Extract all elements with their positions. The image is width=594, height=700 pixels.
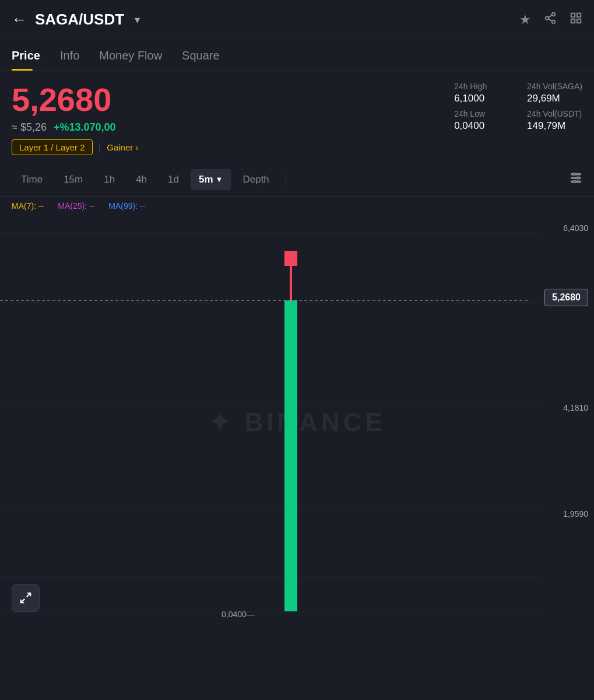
back-button[interactable]: ← <box>12 10 27 29</box>
svg-line-4 <box>549 15 552 17</box>
timeframe-4h[interactable]: 4h <box>126 169 156 190</box>
tab-price[interactable]: Price <box>12 37 54 71</box>
timeframe-time[interactable]: Time <box>12 169 52 190</box>
svg-rect-8 <box>577 19 581 22</box>
timeframe-1h[interactable]: 1h <box>94 169 124 190</box>
stat-high-value: 6,1000 <box>454 93 509 104</box>
tab-money-flow[interactable]: Money Flow <box>99 37 176 71</box>
tag-layer[interactable]: Layer 1 / Layer 2 <box>12 139 93 155</box>
svg-point-13 <box>577 177 579 179</box>
price-usd-row: ≈ $5,26 +%13.070,00 <box>12 121 138 134</box>
timeframe-dropdown-arrow: ▼ <box>216 175 223 184</box>
share-icon[interactable] <box>544 12 557 28</box>
stat-vol-saga-label: 24h Vol(SAGA) <box>527 82 582 91</box>
svg-point-12 <box>573 173 575 176</box>
stat-24h-vol-usdt: 24h Vol(USDT) 149,79M <box>527 109 582 132</box>
ma-indicators-row: MA(7): -- MA(25): -- MA(99): -- <box>0 197 594 215</box>
top-bar-right: ★ <box>519 12 582 28</box>
price-section: 5,2680 ≈ $5,26 +%13.070,00 Layer 1 / Lay… <box>0 71 594 163</box>
price-change-pct: +%13.070,00 <box>54 121 116 134</box>
ma25-indicator[interactable]: MA(25): -- <box>58 201 94 211</box>
price-usd-value: ≈ $5,26 <box>12 121 47 134</box>
top-bar: ← SAGA/USDT ▾ ★ <box>0 0 594 37</box>
stat-low-value: 0,0400 <box>454 120 509 132</box>
svg-line-3 <box>549 19 552 21</box>
pair-dropdown-icon[interactable]: ▾ <box>135 13 140 26</box>
tab-info[interactable]: Info <box>60 37 93 71</box>
chart-settings-icon[interactable] <box>570 172 582 187</box>
svg-rect-24 <box>284 251 297 266</box>
svg-rect-6 <box>577 13 581 16</box>
trading-pair[interactable]: SAGA/USDT <box>35 10 124 29</box>
stat-vol-usdt-value: 149,79M <box>527 120 582 132</box>
current-price-tag: 5,2680 <box>544 289 588 306</box>
toolbar-divider <box>286 172 286 188</box>
grid-icon[interactable] <box>570 12 582 28</box>
chart-svg: ✦ BINANCE <box>0 215 594 624</box>
tab-square[interactable]: Square <box>182 37 234 71</box>
main-price: 5,2680 <box>12 82 138 118</box>
stats-grid: 24h High 6,1000 24h Vol(SAGA) 29,69M 24h… <box>454 82 582 132</box>
svg-rect-22 <box>284 300 297 611</box>
stat-24h-low: 24h Low 0,0400 <box>454 109 509 132</box>
timeframe-15m[interactable]: 15m <box>54 169 92 190</box>
timeframe-5m-active[interactable]: 5m ▼ <box>191 169 231 190</box>
price-left: 5,2680 ≈ $5,26 +%13.070,00 Layer 1 / Lay… <box>12 82 138 155</box>
star-icon[interactable]: ★ <box>519 12 531 27</box>
timeframe-1d[interactable]: 1d <box>159 169 188 190</box>
ma7-indicator[interactable]: MA(7): -- <box>12 201 44 211</box>
stat-24h-vol-saga: 24h Vol(SAGA) 29,69M <box>527 82 582 104</box>
stat-24h-high: 24h High 6,1000 <box>454 82 509 104</box>
stat-vol-saga-value: 29,69M <box>527 93 582 104</box>
tag-divider: | <box>99 141 101 153</box>
svg-point-14 <box>574 181 576 183</box>
chart-area[interactable]: 6,4030 4,1810 1,9590 0,0400— ✦ BINANCE <box>0 215 594 624</box>
stat-high-label: 24h High <box>454 82 509 91</box>
expand-chart-button[interactable] <box>12 584 40 612</box>
svg-rect-7 <box>571 19 575 22</box>
tag-gainer[interactable]: Gainer › <box>107 142 138 152</box>
tab-bar: Price Info Money Flow Square <box>0 37 594 71</box>
stat-low-label: 24h Low <box>454 109 509 118</box>
time-selector: Time 15m 1h 4h 1d 5m ▼ Depth <box>0 163 594 197</box>
stat-vol-usdt-label: 24h Vol(USDT) <box>527 109 582 118</box>
tags-row: Layer 1 / Layer 2 | Gainer › <box>12 139 138 155</box>
svg-rect-5 <box>571 13 575 16</box>
ma99-indicator[interactable]: MA(99): -- <box>108 201 145 211</box>
depth-button[interactable]: Depth <box>233 169 278 190</box>
top-bar-left: ← SAGA/USDT ▾ <box>12 10 140 29</box>
